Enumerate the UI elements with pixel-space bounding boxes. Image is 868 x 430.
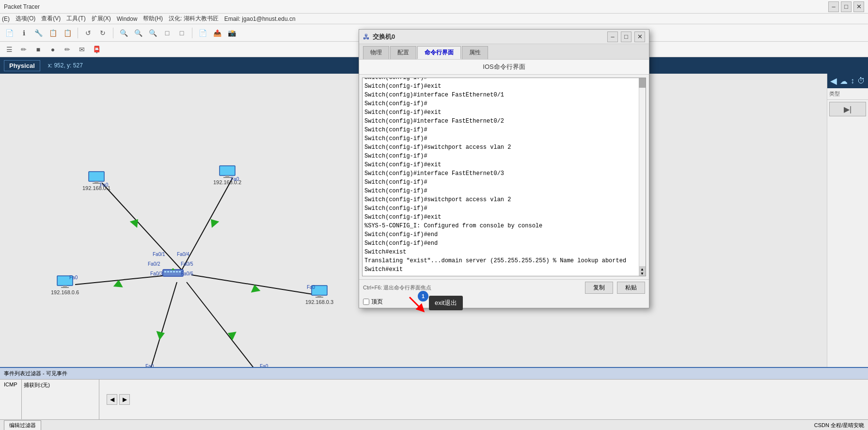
svg-rect-14 xyxy=(93,183,100,184)
svg-rect-30 xyxy=(163,270,183,276)
mailbox-btn[interactable]: 📮 xyxy=(90,43,103,56)
type-label: 类型 xyxy=(829,91,840,96)
app-title: Packet Tracer xyxy=(4,3,40,10)
menu-options[interactable]: 选项(O) xyxy=(16,15,35,23)
new-btn[interactable]: 📄 xyxy=(3,27,16,39)
menu-view[interactable]: 查看(V) xyxy=(41,15,61,23)
pc-port-1: Fa0 xyxy=(100,182,108,188)
pc-node-1[interactable]: 192.168.0.1 Fa0 xyxy=(82,171,110,191)
dialog-minimize-btn[interactable]: – xyxy=(607,32,618,42)
tab-config[interactable]: 配置 xyxy=(390,46,416,59)
bs-content: ICMP 捕获到:(无) ◀ ▶ xyxy=(0,380,868,419)
pc-node-4[interactable]: 192.168.0.3 Fa0 xyxy=(305,285,333,305)
icmp-label: ICMP xyxy=(4,382,17,387)
switch-node[interactable]: Fa0/1 Fa0/2 Fa0/3 Fa0/4 Fa0/5 Fa0/6 xyxy=(162,265,184,280)
minimize-btn[interactable]: – xyxy=(828,1,839,12)
close-btn[interactable]: ✕ xyxy=(853,1,864,12)
sep2 xyxy=(113,28,113,38)
settings-btn[interactable]: 🔧 xyxy=(32,27,45,39)
menu-tools[interactable]: 工具(T) xyxy=(66,15,85,23)
terminal-content[interactable]: Switch#Switch#configure terminalEnter co… xyxy=(363,78,646,276)
pc-node-3[interactable]: 192.168.0.6 Fa0 xyxy=(51,275,79,295)
doc-btn[interactable]: 📄 xyxy=(196,27,209,39)
dialog-close-btn[interactable]: ✕ xyxy=(634,32,645,42)
list-btn[interactable]: ☰ xyxy=(3,43,16,56)
play-controls: ◀ ▶ xyxy=(99,380,138,419)
undo-btn[interactable]: ↺ xyxy=(82,27,95,39)
svg-rect-13 xyxy=(95,181,98,183)
event-filter-area: ICMP xyxy=(0,380,21,419)
fast-forward-btn[interactable]: ▶| xyxy=(829,102,866,116)
captured-area: 捕获到:(无) xyxy=(21,380,99,419)
paste-action-btn[interactable]: 粘贴 xyxy=(617,282,645,294)
tab-physical[interactable]: 物理 xyxy=(363,46,389,59)
pen-btn[interactable]: ✏ xyxy=(17,43,30,56)
info-btn[interactable]: ℹ xyxy=(17,27,30,39)
svg-line-3 xyxy=(191,275,313,294)
pencil-btn[interactable]: ✏ xyxy=(61,43,74,56)
redo-btn[interactable]: ↻ xyxy=(96,27,109,39)
ios-terminal[interactable]: Switch#Switch#configure terminalEnter co… xyxy=(362,78,646,276)
play-prev-btn[interactable]: ◀ xyxy=(107,394,117,405)
switch-dialog[interactable]: 🖧 交换机0 – □ ✕ 物理 配置 命令行界面 属性 IOS命令行界面 Swi… xyxy=(359,29,649,308)
captured-label: 捕获到:(无) xyxy=(24,382,50,388)
svg-rect-16 xyxy=(225,175,229,177)
switch-port-fa01: Fa0/1 xyxy=(153,252,165,257)
tab-props[interactable]: 属性 xyxy=(462,46,488,59)
dialog-restore-btn[interactable]: □ xyxy=(621,32,631,42)
svg-marker-9 xyxy=(250,284,260,292)
zoom-out-btn[interactable]: 🔍 xyxy=(132,27,144,39)
bs-bottom: 编辑过滤器 CSDN 全程/星晴安晓 xyxy=(0,419,868,430)
bs-top: 事件列表过滤器 - 可见事件 xyxy=(0,368,868,380)
pc-label-4: 192.168.0.3 xyxy=(305,299,333,305)
physical-button[interactable]: Physical xyxy=(4,60,40,71)
zoom-in-btn[interactable]: 🔍 xyxy=(117,27,130,39)
copy-btn[interactable]: 📋 xyxy=(47,27,59,39)
maximize-btn[interactable]: □ xyxy=(841,1,852,12)
play-next-btn[interactable]: ▶ xyxy=(119,394,130,405)
title-bar: Packet Tracer – □ ✕ xyxy=(0,0,868,14)
copy-action-btn[interactable]: 复制 xyxy=(585,282,613,294)
nav-cloud-btn[interactable]: ☁ xyxy=(840,74,848,88)
menu-bar: (E) 选项(O) 查看(V) 工具(T) 扩展(X) Window 帮助(H)… xyxy=(0,14,868,24)
menu-e[interactable]: (E) xyxy=(2,16,10,22)
svg-rect-17 xyxy=(223,177,231,178)
edit-filter-btn[interactable]: 编辑过滤器 xyxy=(4,420,41,430)
nav-arrows-btn[interactable]: ↕ xyxy=(851,74,854,88)
top-checkbox[interactable] xyxy=(363,299,369,305)
svg-rect-22 xyxy=(317,295,321,297)
menu-localize[interactable]: 汉化: 湖科大教书匠 xyxy=(169,15,219,23)
csdn-label: CSDN 全程/星晴安晓 xyxy=(814,422,864,429)
svg-rect-19 xyxy=(63,286,67,287)
svg-rect-23 xyxy=(316,297,323,298)
svg-marker-6 xyxy=(130,216,142,228)
menu-extend[interactable]: 扩展(X) xyxy=(92,15,111,23)
terminal-scrollbar[interactable]: ▲ ▼ xyxy=(639,78,646,276)
nav-timer-btn[interactable]: ⏱ xyxy=(857,74,865,88)
rect3-btn[interactable]: ■ xyxy=(32,43,45,56)
svg-rect-35 xyxy=(176,271,178,272)
screenshot-btn[interactable]: 📸 xyxy=(225,27,238,39)
svg-marker-11 xyxy=(226,329,237,340)
dialog-tabs: 物理 配置 命令行界面 属性 xyxy=(359,44,649,60)
paste-btn[interactable]: 📋 xyxy=(61,27,74,39)
bottom-status-bar: 事件列表过滤器 - 可见事件 ICMP 捕获到:(无) ◀ ▶ 编辑过滤器 CS… xyxy=(0,367,868,430)
menu-help[interactable]: 帮助(H) xyxy=(143,15,163,23)
svg-rect-20 xyxy=(61,287,69,288)
pc-port-2: Fa0 xyxy=(231,176,239,182)
nav-back-btn[interactable]: ◀ xyxy=(830,74,837,88)
rect2-btn[interactable]: □ xyxy=(175,27,188,39)
dialog-footer: 顶页 xyxy=(359,296,649,308)
circle-btn[interactable]: ● xyxy=(47,43,59,56)
svg-line-2 xyxy=(75,275,172,285)
menu-window[interactable]: Window xyxy=(117,16,138,22)
pc-label-3: 192.168.0.6 xyxy=(51,289,79,295)
rect-btn[interactable]: □ xyxy=(161,27,174,39)
pc-node-2[interactable]: 192.168.0.2 Fa0 xyxy=(213,165,241,185)
menu-email[interactable]: Email: jgao1@hnust.edu.cn xyxy=(224,16,296,22)
mail-btn[interactable]: ✉ xyxy=(76,43,88,56)
ctrl-hint: Ctrl+F6: 退出命令行界面焦点 xyxy=(363,284,581,291)
tab-cli[interactable]: 命令行界面 xyxy=(417,46,461,59)
zoom-fit-btn[interactable]: 🔍 xyxy=(146,27,159,39)
export-btn[interactable]: 📤 xyxy=(211,27,223,39)
